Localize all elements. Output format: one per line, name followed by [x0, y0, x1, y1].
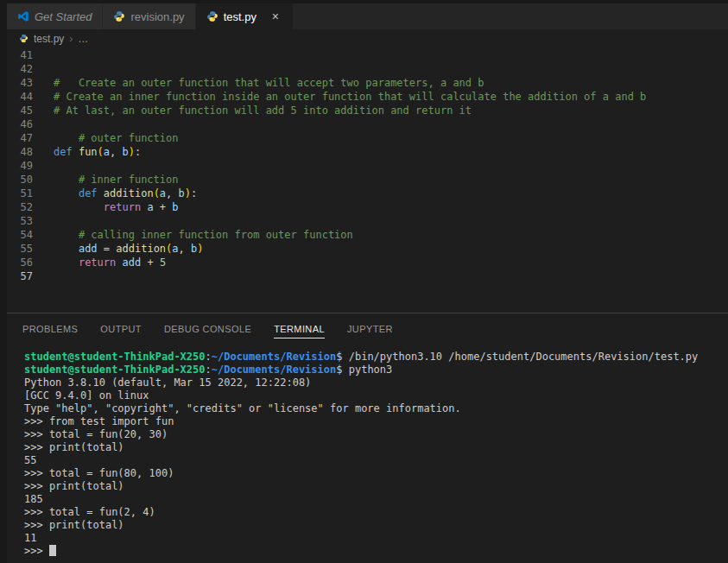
python-icon — [19, 34, 28, 43]
line-number: 50 — [7, 173, 33, 187]
code-text: add = addition(a, b) — [54, 242, 203, 256]
line-number: 52 — [7, 200, 33, 214]
terminal-line: >>> from test import fun — [24, 415, 728, 428]
tab-get-started[interactable]: Get Started — [7, 3, 103, 29]
line-number: 47 — [7, 131, 33, 145]
code-text: # Create an inner function inside an out… — [54, 90, 646, 104]
terminal[interactable]: student@student-ThinkPad-X250:~/Document… — [7, 344, 728, 563]
vscode-window: Get Started revision.py — [0, 0, 728, 563]
code-line[interactable]: 41 — [7, 48, 728, 62]
line-number: 46 — [7, 117, 33, 131]
panel-tabs: PROBLEMSOUTPUTDEBUG CONSOLETERMINALJUPYT… — [7, 313, 728, 344]
line-number: 56 — [7, 256, 33, 269]
terminal-line: 55 — [24, 454, 728, 467]
tab-test-py[interactable]: test.py × — [196, 3, 294, 29]
panel-tab-debug-console[interactable]: DEBUG CONSOLE — [164, 319, 251, 338]
tab-revision-py[interactable]: revision.py — [103, 3, 195, 29]
code-line[interactable]: 52 return a + b — [7, 200, 728, 214]
line-number: 51 — [7, 187, 33, 200]
code-line[interactable]: 43# Create an outer function that will a… — [7, 76, 728, 90]
code-line[interactable]: 49 — [7, 159, 728, 173]
code-text: # At last, an outer function will add 5 … — [54, 104, 472, 117]
line-number: 53 — [7, 214, 33, 228]
code-line[interactable]: 51 def addition(a, b): — [7, 187, 728, 200]
code-text: # inner function — [54, 173, 179, 187]
code-line[interactable]: 56 return add + 5 — [7, 256, 728, 269]
chevron-right-icon: › — [69, 33, 73, 45]
tab-label: revision.py — [130, 10, 184, 23]
code-text: def addition(a, b): — [54, 187, 197, 200]
code-line[interactable]: 57 — [7, 269, 728, 283]
terminal-line: >>> print(total) — [24, 480, 728, 493]
terminal-line: student@student-ThinkPad-X250:~/Document… — [24, 351, 728, 364]
code-line[interactable]: 48def fun(a, b): — [7, 145, 728, 159]
code-line[interactable]: 53 — [7, 214, 728, 228]
bottom-panel: PROBLEMSOUTPUTDEBUG CONSOLETERMINALJUPYT… — [7, 313, 728, 563]
vscode-logo-icon — [17, 10, 29, 22]
terminal-line: >>> total = fun(80, 100) — [24, 467, 728, 480]
python-icon — [206, 10, 218, 22]
code-line[interactable]: 44# Create an inner function inside an o… — [7, 90, 728, 104]
main-column: Get Started revision.py — [7, 0, 728, 563]
panel-tab-jupyter[interactable]: JUPYTER — [347, 319, 393, 338]
code-line[interactable]: 45# At last, an outer function will add … — [7, 104, 728, 117]
terminal-cursor — [49, 545, 56, 556]
terminal-line: 185 — [24, 493, 728, 506]
line-number: 42 — [7, 62, 33, 76]
line-number: 41 — [7, 48, 33, 62]
terminal-line: >>> total = fun(20, 30) — [24, 428, 728, 441]
line-number: 43 — [7, 76, 33, 90]
code-text: return add + 5 — [54, 256, 166, 269]
activity-bar-strip — [0, 0, 7, 563]
code-line[interactable]: 50 # inner function — [7, 173, 728, 187]
line-number: 57 — [7, 269, 33, 283]
editor-lines: 414243# Create an outer function that wi… — [7, 48, 728, 283]
code-line[interactable]: 55 add = addition(a, b) — [7, 242, 728, 256]
panel-tab-problems[interactable]: PROBLEMS — [22, 319, 78, 338]
line-number: 49 — [7, 159, 33, 173]
terminal-line: [GCC 9.4.0] on linux — [24, 389, 728, 402]
terminal-line: 11 — [24, 532, 728, 545]
line-number: 54 — [7, 228, 33, 242]
code-line[interactable]: 42 — [7, 62, 728, 76]
terminal-line: >>> print(total) — [24, 519, 728, 532]
breadcrumb: test.py › … — [7, 29, 728, 47]
line-number: 55 — [7, 242, 33, 256]
code-line[interactable]: 46 — [7, 117, 728, 131]
breadcrumb-symbol[interactable]: … — [78, 33, 88, 45]
panel-tab-terminal[interactable]: TERMINAL — [274, 319, 325, 338]
code-text: def fun(a, b): — [54, 145, 141, 159]
code-editor[interactable]: 414243# Create an outer function that wi… — [7, 47, 728, 313]
code-line[interactable]: 47 # outer function — [7, 131, 728, 145]
terminal-line: Python 3.8.10 (default, Mar 15 2022, 12:… — [24, 376, 728, 389]
code-text: # Create an outer function that will acc… — [54, 76, 484, 90]
line-number: 48 — [7, 145, 33, 159]
close-icon[interactable]: × — [269, 10, 282, 22]
code-text: return a + b — [54, 200, 179, 214]
python-icon — [113, 10, 125, 22]
terminal-content: student@student-ThinkPad-X250:~/Document… — [24, 351, 728, 558]
terminal-line: >>> — [24, 545, 728, 558]
terminal-line: student@student-ThinkPad-X250:~/Document… — [24, 364, 728, 376]
editor-tab-bar: Get Started revision.py — [7, 3, 728, 29]
terminal-line: >>> total = fun(2, 4) — [24, 506, 728, 519]
terminal-line: Type "help", "copyright", "credits" or "… — [24, 402, 728, 415]
code-text: # calling inner function from outer func… — [54, 228, 353, 242]
panel-tab-output[interactable]: OUTPUT — [100, 319, 142, 338]
terminal-line: >>> print(total) — [24, 441, 728, 454]
code-text: # outer function — [54, 131, 179, 145]
line-number: 44 — [7, 90, 33, 104]
line-number: 45 — [7, 104, 33, 117]
tab-label: Get Started — [35, 10, 92, 23]
breadcrumb-file[interactable]: test.py — [34, 33, 64, 45]
tab-label: test.py — [224, 10, 256, 23]
code-line[interactable]: 54 # calling inner function from outer f… — [7, 228, 728, 242]
